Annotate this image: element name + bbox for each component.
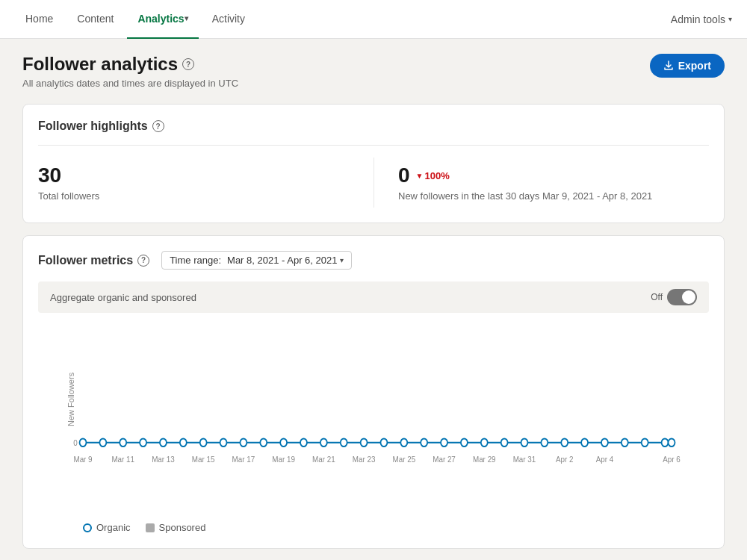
svg-text:Mar 31: Mar 31: [513, 454, 536, 464]
nav-item-content[interactable]: Content: [66, 0, 124, 39]
svg-point-18: [400, 439, 407, 447]
nav-item-home[interactable]: Home: [15, 0, 63, 39]
analytics-dropdown-icon: ▾: [185, 14, 188, 22]
svg-point-15: [341, 439, 347, 447]
admin-tools-button[interactable]: Admin tools ▾: [671, 13, 732, 25]
highlights-grid: 30 Total followers 0 100% New followers …: [38, 145, 709, 208]
export-button-label: Export: [678, 60, 711, 72]
page-content: Follower analytics ? All analytics dates…: [7, 39, 740, 560]
page-subtitle: All analytics dates and times are displa…: [22, 78, 238, 89]
new-followers-number: 0: [398, 164, 410, 187]
svg-point-7: [180, 439, 187, 447]
svg-point-31: [662, 439, 669, 447]
new-followers-label: New followers in the last 30 days Mar 9,…: [398, 190, 709, 202]
svg-text:Mar 19: Mar 19: [272, 454, 295, 464]
legend-organic-label: Organic: [96, 522, 131, 533]
svg-point-6: [160, 439, 167, 447]
legend-item-sponsored: Sponsored: [146, 522, 206, 533]
svg-point-21: [461, 439, 468, 447]
svg-point-12: [280, 439, 287, 447]
new-followers-item: 0 100% New followers in the last 30 days…: [374, 158, 709, 208]
time-range-value: Mar 8, 2021 - Apr 6, 2021: [227, 255, 337, 266]
svg-text:0: 0: [73, 438, 77, 447]
page-title-text: Follower analytics: [22, 54, 178, 75]
svg-point-22: [481, 439, 488, 447]
new-followers-value: 0 100%: [398, 164, 709, 187]
svg-point-10: [240, 439, 247, 447]
nav-analytics-label: Analytics: [137, 13, 184, 25]
total-followers-item: 30 Total followers: [38, 158, 374, 208]
svg-point-30: [642, 439, 648, 447]
svg-point-17: [380, 439, 387, 447]
time-range-button[interactable]: Time range: Mar 8, 2021 - Apr 6, 2021 ▾: [161, 251, 352, 270]
svg-point-3: [99, 439, 106, 447]
svg-point-14: [320, 439, 327, 447]
follower-highlights-help-icon[interactable]: ?: [152, 120, 164, 132]
svg-text:Mar 11: Mar 11: [111, 454, 134, 464]
svg-point-4: [120, 439, 126, 447]
total-followers-value: 30: [38, 164, 374, 187]
svg-point-28: [601, 439, 608, 447]
svg-text:Mar 23: Mar 23: [353, 454, 376, 464]
follower-highlights-title: Follower highlights ?: [38, 119, 709, 133]
svg-text:Apr 6: Apr 6: [663, 454, 681, 464]
aggregate-label: Aggregate organic and sponsored: [50, 292, 196, 303]
admin-tools-label: Admin tools: [671, 13, 725, 25]
svg-point-5: [140, 439, 146, 447]
top-navigation: Home Content Analytics ▾ Activity Admin …: [0, 0, 747, 39]
svg-point-29: [622, 439, 628, 447]
page-title-help-icon[interactable]: ?: [182, 58, 194, 70]
follower-metrics-title: Follower metrics ?: [38, 254, 149, 267]
svg-text:Apr 2: Apr 2: [556, 454, 574, 464]
new-followers-change-value: 100%: [424, 170, 449, 181]
svg-text:Mar 27: Mar 27: [433, 454, 456, 464]
total-followers-label: Total followers: [38, 190, 374, 202]
svg-point-2: [80, 439, 87, 447]
new-followers-change-badge: 100%: [416, 170, 450, 181]
svg-point-19: [421, 439, 427, 447]
legend-organic-icon: [83, 523, 92, 532]
svg-point-32: [669, 439, 675, 447]
svg-point-9: [220, 439, 227, 447]
time-range-dropdown-icon: ▾: [340, 256, 344, 264]
svg-point-23: [501, 439, 508, 447]
nav-item-activity[interactable]: Activity: [202, 0, 255, 39]
y-axis-label: New Followers: [66, 373, 75, 426]
follower-metrics-help-icon[interactable]: ?: [137, 255, 149, 267]
svg-point-8: [200, 439, 207, 447]
follower-highlights-card: Follower highlights ? 30 Total followers…: [22, 104, 725, 223]
svg-point-20: [441, 439, 447, 447]
chart-inner: 0: [83, 332, 672, 474]
svg-point-11: [260, 439, 267, 447]
legend-sponsored-label: Sponsored: [159, 522, 206, 533]
chart-container: New Followers 0: [38, 325, 709, 519]
page-title: Follower analytics ?: [22, 54, 238, 75]
page-title-block: Follower analytics ? All analytics dates…: [22, 54, 238, 89]
follower-highlights-title-text: Follower highlights: [38, 119, 148, 133]
page-header: Follower analytics ? All analytics dates…: [22, 54, 725, 89]
aggregate-toggle[interactable]: [667, 289, 697, 305]
svg-point-24: [521, 439, 528, 447]
svg-text:Mar 15: Mar 15: [192, 454, 215, 464]
aggregate-row: Aggregate organic and sponsored Off: [38, 281, 709, 313]
follower-chart-svg: 0: [83, 332, 672, 474]
svg-point-13: [300, 439, 307, 447]
svg-text:Mar 25: Mar 25: [393, 454, 416, 464]
svg-text:Mar 17: Mar 17: [232, 454, 255, 464]
chart-legend: Organic Sponsored: [38, 519, 709, 533]
export-button[interactable]: Export: [650, 54, 725, 78]
svg-point-25: [541, 439, 548, 447]
svg-point-26: [561, 439, 568, 447]
legend-sponsored-icon: [146, 523, 155, 532]
nav-left: Home Content Analytics ▾ Activity: [15, 0, 255, 39]
time-range-label: Time range:: [170, 255, 221, 266]
export-icon: [663, 60, 674, 71]
svg-text:Mar 9: Mar 9: [73, 454, 92, 464]
nav-item-analytics[interactable]: Analytics ▾: [127, 0, 198, 39]
toggle-off-label: Off: [651, 292, 663, 302]
svg-text:Apr 4: Apr 4: [596, 454, 614, 464]
follower-metrics-title-text: Follower metrics: [38, 254, 133, 267]
svg-point-27: [581, 439, 588, 447]
metrics-header: Follower metrics ? Time range: Mar 8, 20…: [38, 251, 709, 270]
follower-metrics-card: Follower metrics ? Time range: Mar 8, 20…: [22, 235, 725, 549]
